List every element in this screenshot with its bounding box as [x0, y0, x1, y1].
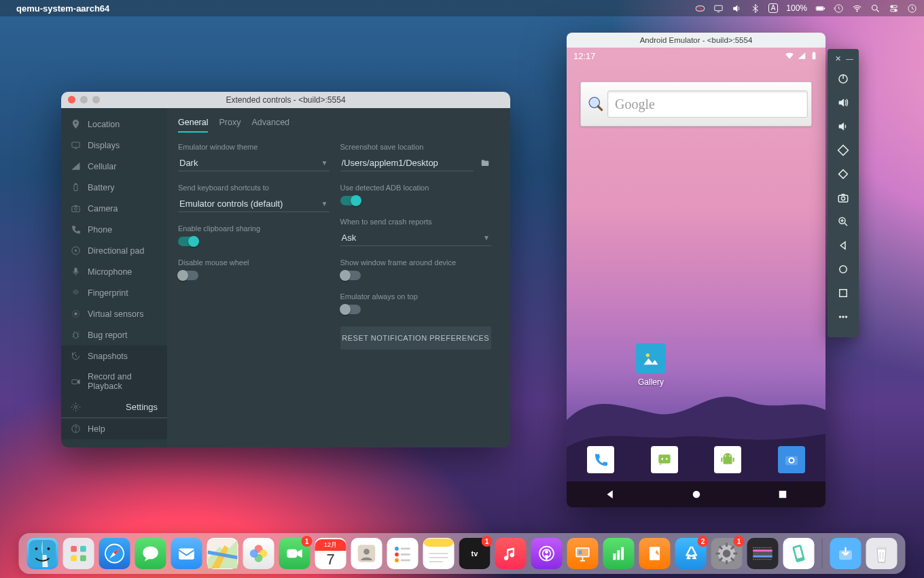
spotlight-icon[interactable]	[870, 3, 881, 14]
appletv-icon[interactable]: tv1	[459, 538, 491, 569]
clipboard-toggle[interactable]	[178, 237, 198, 246]
volume-icon[interactable]	[732, 3, 742, 14]
nav-home-button[interactable]	[833, 259, 853, 279]
back-button[interactable]	[604, 488, 616, 500]
mousewheel-toggle[interactable]	[178, 271, 198, 280]
frame-toggle[interactable]	[340, 271, 361, 280]
facetime-icon[interactable]: 1	[279, 538, 310, 569]
podcasts-icon[interactable]	[531, 538, 563, 569]
toolbar-close-button[interactable]: ✕	[835, 54, 840, 60]
shortcuts-label: Send keyboard shortcuts to	[178, 184, 330, 192]
contacts-icon[interactable]	[351, 538, 383, 569]
svg-point-43	[789, 459, 793, 462]
photos-icon[interactable]	[243, 538, 274, 569]
tab-advanced[interactable]: Advanced	[251, 118, 289, 133]
timemachine-icon[interactable]	[834, 3, 844, 14]
theme-select[interactable]: Dark▼	[178, 155, 330, 171]
nav-back-button[interactable]	[833, 235, 853, 256]
volume-up-button[interactable]	[833, 92, 853, 113]
finalcut-icon[interactable]	[747, 538, 779, 569]
rotate-right-button[interactable]	[833, 164, 853, 184]
home-button[interactable]	[690, 488, 703, 500]
maps-icon[interactable]	[207, 538, 238, 569]
active-app-name[interactable]: qemu-system-aarch64	[16, 3, 109, 14]
camera-app-icon[interactable]	[778, 446, 805, 473]
input-source-icon[interactable]: A	[768, 3, 779, 13]
folder-icon[interactable]	[479, 158, 491, 168]
clock-icon[interactable]	[907, 3, 917, 14]
sidebar-item-camera[interactable]: Camera	[61, 198, 167, 219]
messages-icon[interactable]	[135, 538, 166, 569]
nav-overview-button[interactable]	[833, 283, 853, 303]
minimize-window-button[interactable]	[80, 96, 88, 103]
svg-point-18	[75, 207, 77, 210]
crash-select[interactable]: Ask▼	[340, 230, 492, 246]
numbers-icon[interactable]	[603, 538, 635, 569]
window-titlebar[interactable]: Extended controls - <build>:5554	[61, 92, 510, 108]
system-preferences-icon[interactable]: 1	[711, 538, 743, 569]
notes-icon[interactable]	[423, 538, 455, 569]
screen-mirror-icon[interactable]	[713, 3, 724, 14]
battery-icon[interactable]	[815, 3, 825, 14]
volume-down-button[interactable]	[833, 116, 853, 137]
android-emulator-dock-icon[interactable]	[783, 538, 815, 569]
sidebar-item-snapshots[interactable]: Snapshots	[61, 345, 167, 367]
screenshot-button[interactable]	[833, 188, 853, 208]
appstore-icon[interactable]: 2	[675, 538, 707, 569]
keynote-icon[interactable]	[567, 538, 599, 569]
messaging-app-icon[interactable]	[651, 446, 678, 473]
graphics-status-icon[interactable]	[695, 3, 705, 14]
overview-button[interactable]	[777, 488, 789, 500]
gallery-app-icon[interactable]: Gallery	[635, 343, 667, 387]
sidebar-item-help[interactable]: Help	[61, 418, 167, 439]
music-icon[interactable]	[495, 538, 527, 569]
sidebar-item-cellular[interactable]: Cellular	[61, 156, 167, 177]
bluetooth-icon[interactable]	[750, 3, 760, 14]
sidebar-item-dpad[interactable]: Directional pad	[61, 240, 167, 261]
wifi-icon[interactable]	[852, 3, 862, 14]
launchpad-icon[interactable]	[63, 538, 94, 569]
shortcuts-select[interactable]: Emulator controls (default)▼	[178, 196, 330, 212]
sidebar-item-displays[interactable]: Displays	[61, 135, 167, 156]
tab-proxy[interactable]: Proxy	[219, 118, 241, 133]
android-apps-icon[interactable]	[714, 446, 741, 473]
calendar-icon[interactable]: 12月7	[315, 538, 346, 569]
sidebar-item-record[interactable]: Record and Playback	[61, 367, 167, 396]
tab-general[interactable]: General	[178, 118, 208, 133]
device-screen[interactable]: 12:17 Google Gallery	[567, 48, 825, 507]
more-button[interactable]	[833, 307, 853, 327]
zoom-in-button[interactable]	[833, 211, 853, 232]
svg-rect-2	[715, 5, 722, 11]
sidebar-item-fingerprint[interactable]: Fingerprint	[61, 282, 167, 303]
sidebar-item-battery[interactable]: Battery	[61, 177, 167, 198]
battery-percentage[interactable]: 100%	[786, 3, 807, 13]
downloads-icon[interactable]	[830, 538, 861, 569]
google-search-widget[interactable]: Google	[580, 82, 812, 126]
sidebar-item-phone[interactable]: Phone	[61, 219, 167, 240]
mail-icon[interactable]	[171, 538, 202, 569]
adb-toggle[interactable]	[340, 196, 361, 205]
reminders-icon[interactable]	[387, 538, 419, 569]
safari-icon[interactable]	[99, 538, 130, 569]
finder-icon[interactable]	[27, 538, 58, 569]
sidebar-item-bugreport[interactable]: Bug report	[61, 324, 167, 345]
ontop-toggle[interactable]	[340, 305, 361, 314]
android-status-bar[interactable]: 12:17	[567, 48, 825, 64]
emulator-titlebar[interactable]: Android Emulator - <build>:5554	[567, 33, 825, 48]
close-window-button[interactable]	[68, 96, 75, 103]
sidebar-item-microphone[interactable]: Microphone	[61, 261, 167, 282]
reset-notifications-button[interactable]: RESET NOTIFICATION PREFERENCES	[340, 326, 492, 350]
zoom-window-button[interactable]	[92, 96, 100, 103]
trash-icon[interactable]	[866, 538, 898, 569]
pages-icon[interactable]	[639, 538, 671, 569]
dialer-app-icon[interactable]	[587, 446, 614, 473]
search-box[interactable]: Google	[607, 90, 808, 118]
control-center-icon[interactable]	[889, 3, 899, 14]
sidebar-item-settings[interactable]: Settings	[61, 396, 167, 418]
screenshot-path-input[interactable]	[340, 155, 474, 171]
sidebar-item-location[interactable]: Location	[61, 114, 167, 135]
toolbar-minimize-button[interactable]: —	[846, 54, 851, 60]
power-button[interactable]	[833, 69, 853, 89]
rotate-left-button[interactable]	[833, 140, 853, 160]
sidebar-item-sensors[interactable]: Virtual sensors	[61, 303, 167, 324]
